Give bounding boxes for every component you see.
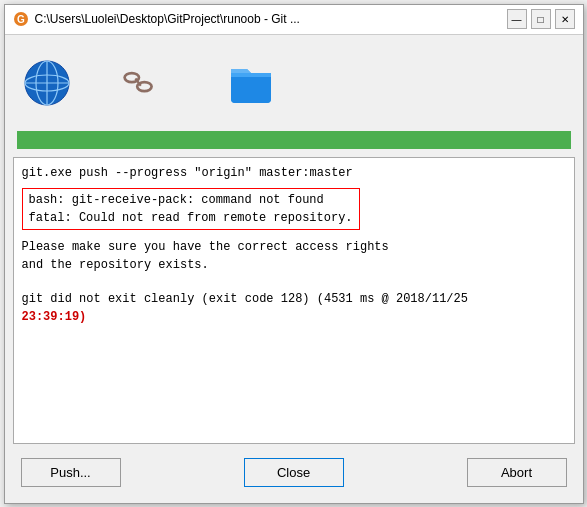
window-controls: — □ ✕ bbox=[507, 9, 575, 29]
progress-bar bbox=[17, 131, 571, 149]
error-line1: bash: git-receive-pack: command not foun… bbox=[29, 191, 353, 209]
minimize-button[interactable]: — bbox=[507, 9, 527, 29]
window-body: git.exe push --progress "origin" master:… bbox=[5, 35, 583, 503]
push-button[interactable]: Push... bbox=[21, 458, 121, 487]
output-line5: git did not exit cleanly (exit code 128)… bbox=[22, 290, 566, 308]
main-window: G C:\Users\Luolei\Desktop\GitProject\run… bbox=[4, 4, 584, 504]
gear-icon bbox=[121, 65, 157, 101]
output-line3: Please make sure you have the correct ac… bbox=[22, 238, 566, 256]
abort-button[interactable]: Abort bbox=[467, 458, 567, 487]
output-timestamp: 23:39:19) bbox=[22, 308, 566, 326]
close-button[interactable]: ✕ bbox=[555, 9, 575, 29]
output-line4: and the repository exists. bbox=[22, 256, 566, 274]
window-icon: G bbox=[13, 11, 29, 27]
output-line1: git.exe push --progress "origin" master:… bbox=[22, 164, 566, 182]
error-box: bash: git-receive-pack: command not foun… bbox=[22, 188, 566, 230]
window-title: C:\Users\Luolei\Desktop\GitProject\runoo… bbox=[35, 12, 507, 26]
svg-text:G: G bbox=[17, 14, 25, 25]
maximize-button[interactable]: □ bbox=[531, 9, 551, 29]
svg-point-8 bbox=[128, 75, 135, 80]
button-row: Push... Close Abort bbox=[13, 452, 575, 495]
svg-point-10 bbox=[140, 84, 147, 89]
icon-row bbox=[13, 43, 575, 123]
folder-icon bbox=[227, 59, 275, 107]
close-dialog-button[interactable]: Close bbox=[244, 458, 344, 487]
error-line2: fatal: Could not read from remote reposi… bbox=[29, 209, 353, 227]
title-bar: G C:\Users\Luolei\Desktop\GitProject\run… bbox=[5, 5, 583, 35]
globe-icon bbox=[23, 59, 71, 107]
output-area: git.exe push --progress "origin" master:… bbox=[13, 157, 575, 444]
